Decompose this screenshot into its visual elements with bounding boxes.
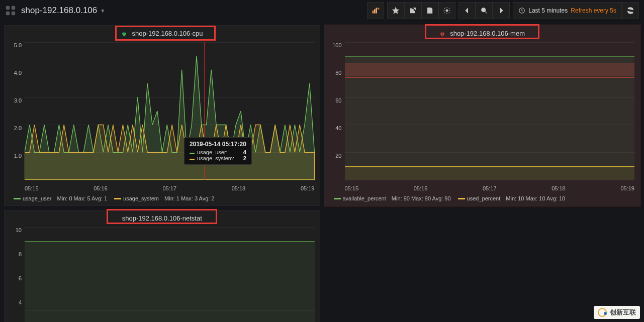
mem-legend: available_percent Min: 90 Max: 90 Avg: 9… [325,193,640,205]
mem-plot [345,42,635,180]
save-button[interactable] [421,2,438,19]
share-button[interactable] [404,2,421,19]
add-panel-button[interactable]: + [367,2,384,19]
svg-rect-10 [429,11,431,13]
highlight-mem-title [425,24,539,39]
highlight-netstat-title [107,209,217,224]
cpu-tooltip: 2019-05-14 05:17:20 usage_user:4 usage_s… [184,137,252,165]
mem-chart-area[interactable]: 100 80 60 40 20 [325,39,640,183]
mem-x-axis: 05:15 05:16 05:17 05:18 05:19 [325,183,640,193]
panel-cpu[interactable]: shop-192.168.0.106-cpu 5.0 4.0 3.0 2.0 1… [4,25,320,206]
panel-netstat[interactable]: shop-192.168.0.106-netstat 10 8 6 4 [4,210,320,322]
svg-point-12 [482,8,486,12]
mem-y-axis: 100 80 60 40 20 [327,39,344,183]
time-back-button[interactable] [458,2,476,19]
header: shop-192.168.0.106 ▼ + Last 5 minutes Re… [0,0,644,21]
cpu-plot [25,42,315,180]
panel-mem[interactable]: shop-192.168.0.106-mem 100 80 60 40 20 [324,25,640,206]
star-button[interactable] [387,2,404,19]
netstat-plot [25,227,315,322]
svg-rect-0 [6,6,10,10]
watermark-icon [598,308,607,317]
svg-rect-6 [376,8,377,14]
svg-point-11 [446,10,448,12]
cpu-x-axis: 05:15 05:16 05:17 05:18 05:19 [5,183,320,193]
netstat-y-axis: 10 8 6 4 [7,224,24,322]
time-range-label: Last 5 minutes [528,7,568,14]
refresh-button[interactable] [622,2,639,19]
highlight-cpu-title [115,26,216,41]
watermark-text: 创新互联 [610,308,636,317]
svg-rect-4 [373,11,374,13]
cpu-chart-area[interactable]: 5.0 4.0 3.0 2.0 1.0 2019-05-14 05:17:20 … [5,39,320,183]
svg-marker-8 [393,8,399,14]
refresh-interval-label: Refresh every 5s [571,7,616,14]
svg-rect-1 [12,6,15,10]
watermark: 创新互联 [594,306,640,319]
zoom-out-button[interactable] [476,2,493,19]
cpu-y-axis: 5.0 4.0 3.0 2.0 1.0 [7,39,24,183]
svg-rect-3 [12,12,15,15]
svg-rect-9 [429,8,431,10]
settings-button[interactable] [438,2,455,19]
time-forward-button[interactable] [493,2,510,19]
svg-rect-2 [6,12,10,15]
caret-down-icon: ▼ [100,8,105,14]
dashboard-title-text: shop-192.168.0.106 [21,6,97,16]
dashboard-title-dropdown[interactable]: shop-192.168.0.106 ▼ [21,6,105,16]
grafana-logo-icon[interactable] [5,5,16,16]
time-range-picker[interactable]: Last 5 minutes Refresh every 5s [513,2,622,19]
netstat-chart-area[interactable]: 10 8 6 4 [5,224,320,322]
svg-line-13 [485,12,487,13]
svg-rect-5 [375,9,376,13]
svg-text:+: + [378,7,380,11]
cpu-legend: usage_user Min: 0 Max: 5 Avg: 1 usage_sy… [5,193,320,205]
